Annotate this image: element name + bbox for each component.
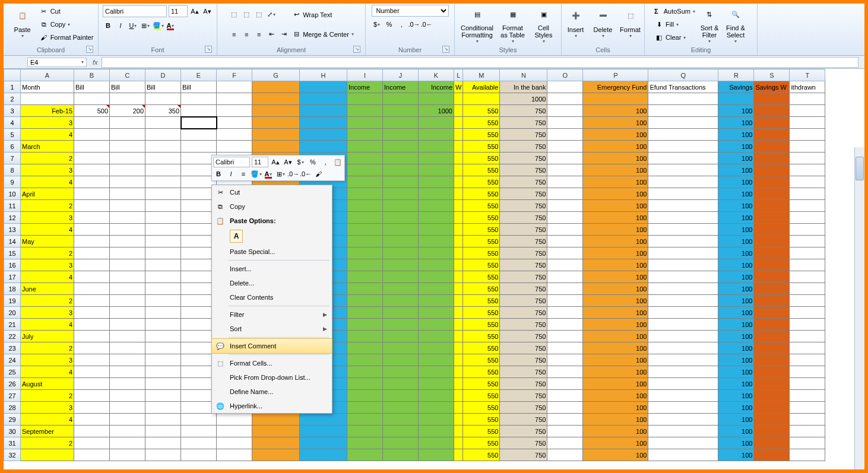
cell-A28[interactable]: 3 [21,402,74,414]
cell-C29[interactable] [110,414,145,426]
cell-N9[interactable]: 750 [500,176,547,188]
cell-A32[interactable] [21,449,74,461]
cell-M10[interactable]: 550 [463,188,500,200]
cell-R5[interactable]: 100 [718,129,754,141]
cell-N21[interactable]: 750 [500,319,547,331]
shrink-font-button[interactable]: A▾ [202,6,213,17]
cell-R12[interactable]: 100 [718,212,754,224]
increase-indent-button[interactable]: ⇥ [278,29,289,40]
cell-K1[interactable]: Income [419,81,454,93]
cell-L5[interactable] [454,129,463,141]
cut-button[interactable]: ✂Cut [39,5,94,18]
row-header-7[interactable]: 7 [4,153,21,164]
cell-N3[interactable]: 750 [500,105,547,117]
cell-L27[interactable] [454,390,463,402]
cell-S12[interactable] [754,212,790,224]
row-header-27[interactable]: 27 [4,390,21,402]
cell-D11[interactable] [145,200,181,212]
cell-O5[interactable] [547,129,583,141]
cell-Q15[interactable] [648,247,718,259]
mini-currency[interactable]: $▾ [295,157,306,167]
col-header-O[interactable]: O [547,69,583,81]
cell-A19[interactable]: 2 [21,295,74,307]
cell-I30[interactable] [347,426,383,437]
cell-Q19[interactable] [648,295,718,307]
cell-O9[interactable] [547,176,583,188]
cell-C31[interactable] [110,437,145,449]
cell-L18[interactable] [454,283,463,295]
cell-O14[interactable] [547,236,583,247]
cell-C16[interactable] [110,259,145,271]
mini-font-color[interactable]: A▾ [263,169,274,179]
cell-M5[interactable]: 550 [463,129,500,141]
cell-P3[interactable]: 100 [583,105,648,117]
cell-H1[interactable] [300,81,347,93]
cell-B29[interactable] [74,414,110,426]
cell-C24[interactable] [110,354,145,366]
cell-I19[interactable] [347,295,383,307]
cell-O19[interactable] [547,295,583,307]
cell-T25[interactable] [790,366,825,378]
cell-R14[interactable]: 100 [718,236,754,247]
cell-F30[interactable] [217,426,252,437]
cell-I17[interactable] [347,271,383,283]
cell-K28[interactable] [419,402,454,414]
mini-grow-font[interactable]: A▴ [270,157,281,167]
cell-M22[interactable]: 550 [463,331,500,342]
cell-T8[interactable] [790,164,825,176]
cell-Q26[interactable] [648,378,718,390]
cell-K26[interactable] [419,378,454,390]
cell-I24[interactable] [347,354,383,366]
cell-R10[interactable]: 100 [718,188,754,200]
cell-T30[interactable] [790,426,825,437]
cell-G2[interactable] [252,93,300,105]
cell-A10[interactable]: April [21,188,74,200]
cell-P18[interactable]: 100 [583,283,648,295]
row-header-29[interactable]: 29 [4,414,21,426]
cell-H6[interactable] [300,141,347,153]
cell-S10[interactable] [754,188,790,200]
font-size-select[interactable] [169,5,188,17]
cell-B27[interactable] [74,390,110,402]
cell-L30[interactable] [454,426,463,437]
cell-M27[interactable]: 550 [463,390,500,402]
border-button[interactable]: ⊞▾ [140,20,151,31]
cell-M3[interactable]: 550 [463,105,500,117]
font-launcher[interactable]: ↘ [205,46,212,53]
cell-K13[interactable] [419,224,454,236]
cell-C4[interactable] [110,117,145,129]
autosum-button[interactable]: Σ AutoSum▾ [654,5,695,18]
cell-P24[interactable]: 100 [583,354,648,366]
ctx-clear-contents[interactable]: Clear Contents [212,290,332,304]
cell-K29[interactable] [419,414,454,426]
cell-J17[interactable] [383,271,419,283]
cell-N14[interactable]: 750 [500,236,547,247]
col-header-T[interactable]: T [790,69,825,81]
cell-J25[interactable] [383,366,419,378]
cell-O10[interactable] [547,188,583,200]
cell-J32[interactable] [383,449,419,461]
conditional-formatting-button[interactable]: ▤Conditional Formatting▾ [458,5,496,44]
col-header-M[interactable]: M [463,69,500,81]
cell-P11[interactable]: 100 [583,200,648,212]
cell-D21[interactable] [145,319,181,331]
cell-S1[interactable]: Savings W [754,81,790,93]
cell-E5[interactable] [181,129,217,141]
cell-T31[interactable] [790,437,825,449]
cell-S15[interactable] [754,247,790,259]
cell-J22[interactable] [383,331,419,342]
cell-B19[interactable] [74,295,110,307]
cell-P17[interactable]: 100 [583,271,648,283]
cell-S13[interactable] [754,224,790,236]
cell-J10[interactable] [383,188,419,200]
cell-L14[interactable] [454,236,463,247]
cell-I7[interactable] [347,153,383,164]
cell-D14[interactable] [145,236,181,247]
cell-A1[interactable]: Month [21,81,74,93]
cell-S7[interactable] [754,153,790,164]
cell-M7[interactable]: 550 [463,153,500,164]
cell-C13[interactable] [110,224,145,236]
row-header-5[interactable]: 5 [4,129,21,141]
mini-align-center[interactable]: ≡ [238,169,249,179]
cell-J15[interactable] [383,247,419,259]
